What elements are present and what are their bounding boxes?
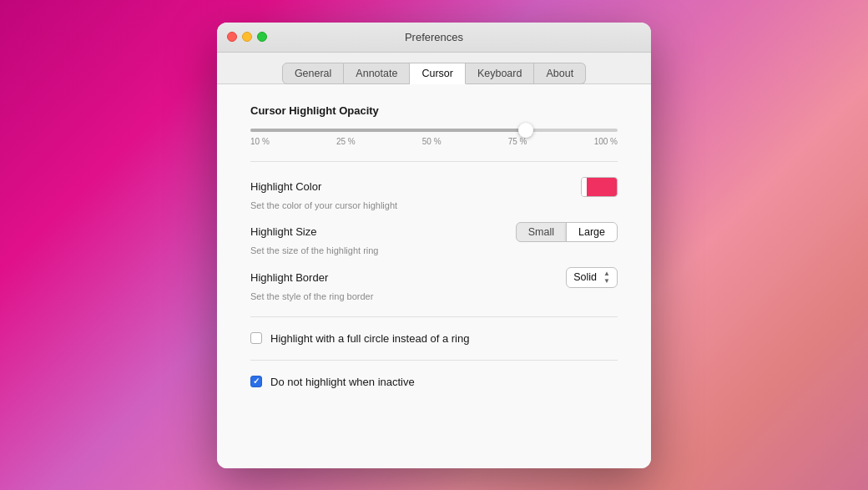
- segment-large[interactable]: Large: [566, 223, 617, 241]
- tab-keyboard[interactable]: Keyboard: [466, 63, 535, 84]
- slider-labels: 10 % 25 % 50 % 75 % 100 %: [250, 137, 618, 146]
- highlight-border-select[interactable]: Solid ▲ ▼: [566, 267, 618, 288]
- tab-about[interactable]: About: [534, 63, 586, 84]
- slider-track[interactable]: [250, 129, 618, 132]
- slider-label-50: 50 %: [422, 137, 442, 146]
- highlight-border-label: Highlight Border: [250, 271, 328, 284]
- full-circle-row: Highlight with a full circle instead of …: [250, 332, 618, 345]
- opacity-slider-container: 10 % 25 % 50 % 75 % 100 %: [250, 129, 618, 146]
- close-button[interactable]: [227, 32, 237, 42]
- titlebar: Preferences: [217, 23, 651, 53]
- color-swatch-button[interactable]: [581, 177, 618, 197]
- full-circle-checkbox[interactable]: [250, 332, 262, 344]
- select-arrows-icon: ▲ ▼: [603, 270, 610, 285]
- slider-thumb[interactable]: [518, 123, 533, 138]
- highlight-size-sublabel: Set the size of the highlight ring: [250, 245, 618, 255]
- highlight-size-control: Small Large: [516, 222, 618, 242]
- tab-annotate[interactable]: Annotate: [344, 63, 410, 84]
- slider-fill: [250, 129, 526, 132]
- highlight-border-sublabel: Set the style of the ring border: [250, 291, 618, 301]
- select-value: Solid: [573, 271, 597, 283]
- slider-label-75: 75 %: [508, 137, 527, 146]
- preferences-content: Cursor Highlight Opacity 10 % 25 % 50 % …: [217, 84, 651, 468]
- inactive-label: Do not highlight when inactive: [270, 376, 415, 388]
- highlight-size-label: Highlight Size: [250, 225, 317, 238]
- traffic-lights: [227, 32, 267, 42]
- color-swatch-color: [587, 178, 617, 196]
- slider-label-100: 100 %: [594, 137, 618, 146]
- inactive-row: Do not highlight when inactive: [250, 376, 618, 388]
- divider-2: [250, 316, 618, 317]
- highlight-color-label: Highlight Color: [250, 180, 321, 193]
- highlight-border-row: Highlight Border Solid ▲ ▼: [250, 267, 618, 288]
- slider-label-10: 10 %: [250, 137, 270, 146]
- minimize-button[interactable]: [242, 32, 252, 42]
- highlight-size-row: Highlight Size Small Large: [250, 222, 618, 242]
- tabs-bar: General Annotate Cursor Keyboard About: [217, 53, 651, 84]
- highlight-color-sublabel: Set the color of your cursor highlight: [250, 200, 618, 210]
- window-title: Preferences: [405, 31, 463, 43]
- full-circle-label: Highlight with a full circle instead of …: [270, 332, 469, 345]
- tab-cursor[interactable]: Cursor: [410, 63, 466, 84]
- maximize-button[interactable]: [257, 32, 267, 42]
- highlight-color-row: Highlight Color: [250, 177, 618, 197]
- opacity-section-title: Cursor Highlight Opacity: [250, 104, 618, 117]
- divider-1: [250, 161, 618, 162]
- slider-label-25: 25 %: [336, 137, 356, 146]
- inactive-checkbox[interactable]: [250, 376, 262, 387]
- segment-small[interactable]: Small: [517, 223, 566, 241]
- divider-3: [250, 360, 618, 361]
- tab-general[interactable]: General: [282, 63, 344, 84]
- preferences-window: Preferences General Annotate Cursor Keyb…: [217, 23, 651, 468]
